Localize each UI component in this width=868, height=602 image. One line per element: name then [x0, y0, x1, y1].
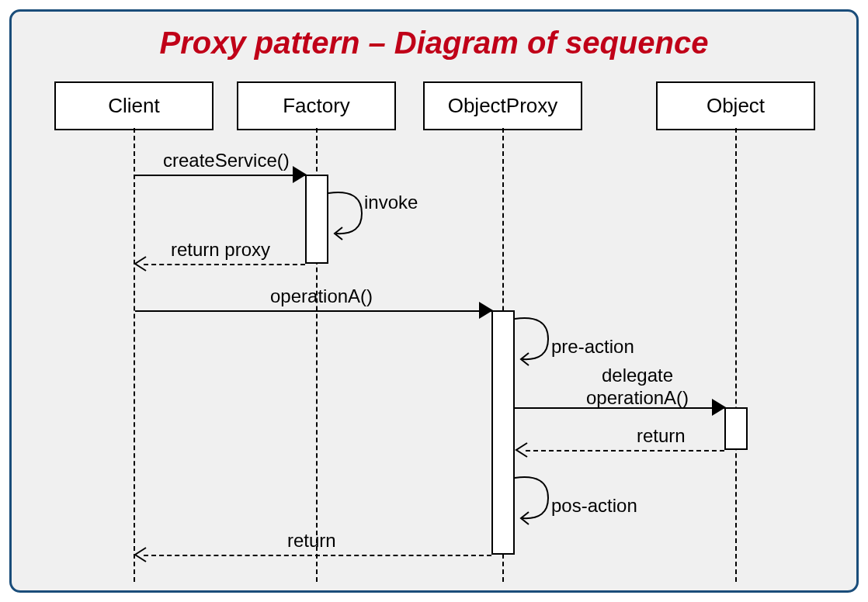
- msg-operationa: [135, 310, 491, 312]
- label-createservice: createService(): [163, 150, 290, 171]
- arrow-solid-right-icon-2: [479, 302, 495, 319]
- participant-client: Client: [54, 81, 214, 130]
- sequence-diagram: Client Factory ObjectProxy Object create…: [12, 74, 861, 586]
- msg-return1: [526, 450, 724, 452]
- label-returnproxy: return proxy: [171, 239, 270, 261]
- activation-objectproxy: [491, 310, 515, 555]
- label-return1: return: [637, 425, 686, 447]
- msg-delegate: [515, 407, 724, 409]
- msg-createservice: [135, 175, 305, 176]
- svg-marker-0: [293, 166, 307, 183]
- arrow-open-left-icon-2: [513, 441, 530, 458]
- arrow-open-left-icon: [132, 255, 149, 272]
- activation-object: [724, 407, 748, 450]
- self-loop-posaction: [513, 473, 560, 528]
- label-delegate: delegate operationA(): [586, 365, 689, 410]
- label-operationa: operationA(): [270, 285, 373, 307]
- msg-returnproxy: [144, 264, 305, 265]
- self-loop-invoke: [327, 189, 373, 243]
- diagram-frame: Proxy pattern – Diagram of sequence Clie…: [9, 9, 859, 593]
- participant-object: Object: [656, 81, 815, 130]
- arrow-solid-right-icon-3: [712, 399, 727, 416]
- msg-return2: [144, 555, 491, 556]
- arrow-solid-right-icon: [293, 166, 308, 183]
- lifeline-client: [134, 128, 135, 582]
- svg-marker-2: [712, 399, 726, 416]
- arrow-open-left-icon-3: [132, 546, 149, 563]
- svg-marker-1: [479, 302, 493, 319]
- label-preaction: pre-action: [551, 336, 634, 358]
- participant-factory: Factory: [237, 81, 396, 130]
- participant-objectproxy: ObjectProxy: [423, 81, 582, 130]
- activation-factory: [305, 175, 328, 264]
- label-return2: return: [287, 530, 336, 552]
- label-posaction: pos-action: [551, 495, 637, 517]
- label-delegate-line2: operationA(): [586, 387, 689, 408]
- lifeline-object: [735, 128, 737, 582]
- diagram-title: Proxy pattern – Diagram of sequence: [12, 26, 856, 61]
- label-delegate-line1: delegate: [602, 365, 673, 386]
- self-loop-preaction: [513, 314, 560, 368]
